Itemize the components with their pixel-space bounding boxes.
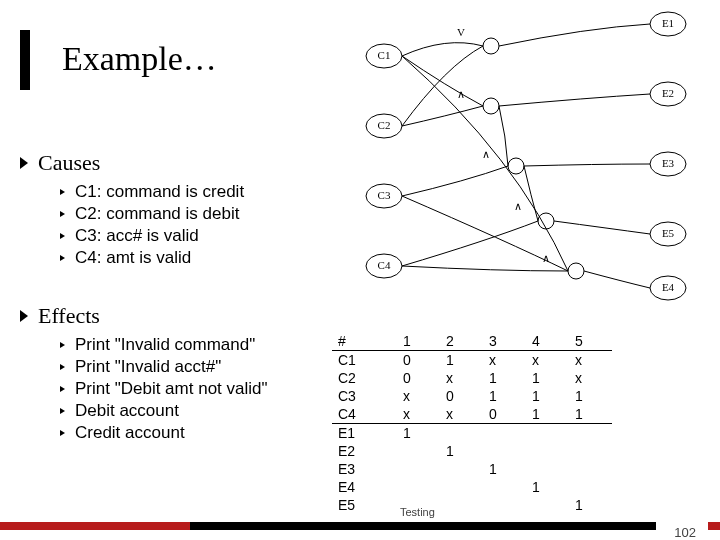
svg-text:E5: E5 [662, 227, 675, 239]
svg-text:∧: ∧ [482, 148, 490, 160]
table-body: C101xxxC20x11xC3x0111C4xx011E11E21E31E41… [332, 351, 612, 515]
table-header: 1 [397, 332, 440, 351]
table-cell: 0 [397, 351, 440, 370]
svg-text:V: V [457, 26, 465, 38]
bullet-icon [60, 364, 65, 370]
list-item: Print "Invalid command" [60, 335, 320, 355]
table-cell [397, 478, 440, 496]
svg-point-9 [483, 38, 499, 54]
table-header: 3 [483, 332, 526, 351]
list-item: Debit account [60, 401, 320, 421]
svg-text:E1: E1 [662, 17, 674, 29]
table-cell: x [526, 351, 569, 370]
table-cell [569, 478, 612, 496]
table-cell: 1 [569, 496, 612, 514]
table-row: C101xxx [332, 351, 612, 370]
list-item-text: Debit account [75, 401, 179, 421]
table-cell: x [397, 387, 440, 405]
table-cell: E4 [332, 478, 397, 496]
table-cell [526, 442, 569, 460]
svg-text:∧: ∧ [514, 200, 522, 212]
table-header: # [332, 332, 397, 351]
table-cell: 0 [397, 369, 440, 387]
slide-title: Example… [62, 40, 217, 78]
list-item: C4: amt is valid [60, 248, 320, 268]
bullet-icon [60, 211, 65, 217]
table-cell: x [569, 351, 612, 370]
bullet-icon [60, 386, 65, 392]
cause-effect-diagram: C1 C2 C3 C4 E1 E2 E3 E4 E5 V ∧ ∧ ∧ ∧ [346, 6, 706, 306]
table-cell [440, 478, 483, 496]
list-item-text: C3: acc# is valid [75, 226, 199, 246]
table-row: C3x0111 [332, 387, 612, 405]
list-item: Credit account [60, 423, 320, 443]
footer-black-bar [190, 522, 656, 530]
effects-header-text: Effects [38, 303, 100, 329]
bullet-icon [60, 233, 65, 239]
title-accent-bar [20, 30, 30, 90]
table-cell [569, 460, 612, 478]
svg-text:E4: E4 [662, 281, 675, 293]
svg-text:C3: C3 [378, 189, 391, 201]
footer-red-bar-left [0, 522, 190, 530]
table-cell [397, 442, 440, 460]
arrow-icon [20, 310, 28, 322]
bullet-icon [60, 408, 65, 414]
table-cell [483, 424, 526, 443]
bullet-icon [60, 430, 65, 436]
causes-header: Causes [20, 150, 320, 176]
svg-point-11 [508, 158, 524, 174]
table-cell: x [483, 351, 526, 370]
table-cell [569, 442, 612, 460]
table-row: E41 [332, 478, 612, 496]
diagram-svg: C1 C2 C3 C4 E1 E2 E3 E4 E5 V ∧ ∧ ∧ ∧ [346, 6, 706, 306]
svg-text:E2: E2 [662, 87, 674, 99]
svg-text:∧: ∧ [457, 88, 465, 100]
table-cell [440, 424, 483, 443]
table-cell: 1 [569, 387, 612, 405]
footer-red-bar-right [708, 522, 720, 530]
list-item: Print "Invalid acct#" [60, 357, 320, 377]
svg-point-12 [538, 213, 554, 229]
table-cell: x [397, 405, 440, 424]
effects-list: Print "Invalid command" Print "Invalid a… [20, 335, 320, 443]
table-cell: x [440, 369, 483, 387]
table-cell: E3 [332, 460, 397, 478]
table-cell: 1 [483, 387, 526, 405]
table-cell [483, 478, 526, 496]
table-row: C20x11x [332, 369, 612, 387]
table-cell: 1 [440, 351, 483, 370]
table-cell: 1 [483, 460, 526, 478]
table-cell: 1 [526, 387, 569, 405]
table-cell: 1 [526, 478, 569, 496]
table-cell: 1 [526, 369, 569, 387]
table: # 1 2 3 4 5 C101xxxC20x11xC3x0111C4xx011… [332, 332, 612, 514]
table-header-row: # 1 2 3 4 5 [332, 332, 612, 351]
table-cell: 1 [526, 405, 569, 424]
table-cell: 1 [397, 424, 440, 443]
table-row: E51 [332, 496, 612, 514]
list-item-text: C2: command is debit [75, 204, 239, 224]
table-cell [526, 424, 569, 443]
table-cell: x [569, 369, 612, 387]
svg-text:C4: C4 [378, 259, 391, 271]
list-item-text: C1: command is credit [75, 182, 244, 202]
bullet-icon [60, 189, 65, 195]
list-item: C3: acc# is valid [60, 226, 320, 246]
list-item: C2: command is debit [60, 204, 320, 224]
list-item-text: C4: amt is valid [75, 248, 191, 268]
list-item-text: Print "Invalid acct#" [75, 357, 221, 377]
table-cell: E1 [332, 424, 397, 443]
table-cell [440, 496, 483, 514]
table-row: E31 [332, 460, 612, 478]
list-item-text: Credit account [75, 423, 185, 443]
table-cell: C3 [332, 387, 397, 405]
table-header: 5 [569, 332, 612, 351]
slide: Example… Causes C1: command is credit C2… [0, 0, 720, 540]
svg-point-13 [568, 263, 584, 279]
table-cell: 1 [483, 369, 526, 387]
table-cell [526, 460, 569, 478]
svg-text:E3: E3 [662, 157, 675, 169]
table-cell: E5 [332, 496, 397, 514]
list-item-text: Print "Debit amt not valid" [75, 379, 268, 399]
